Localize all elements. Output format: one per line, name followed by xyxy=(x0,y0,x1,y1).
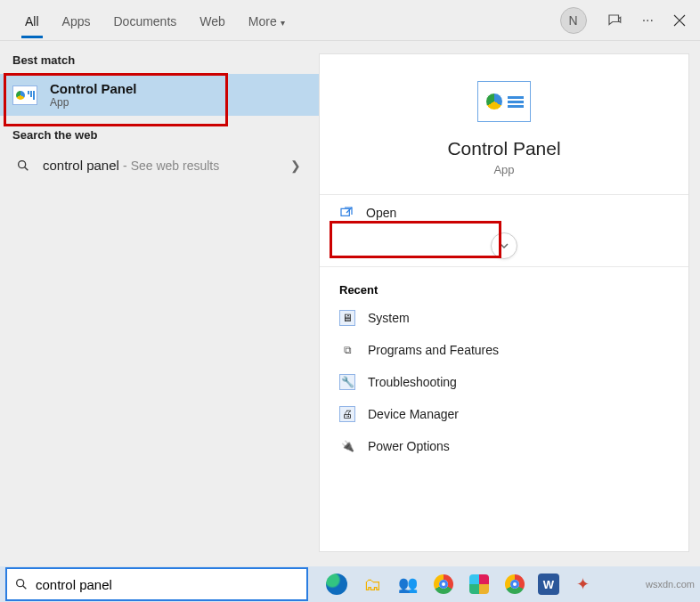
control-panel-icon xyxy=(12,85,37,105)
programs-icon: ⧉ xyxy=(339,342,355,358)
filter-tabs: All Apps Documents Web More▾ xyxy=(16,4,294,37)
search-icon xyxy=(16,159,30,173)
svg-rect-1 xyxy=(341,208,349,216)
recent-item-programs[interactable]: ⧉ Programs and Features xyxy=(320,334,688,366)
result-subtitle: App xyxy=(50,96,137,109)
close-icon[interactable] xyxy=(673,14,686,27)
taskbar-edge[interactable] xyxy=(324,572,349,597)
taskbar-word[interactable]: W xyxy=(538,574,559,595)
control-panel-icon-large xyxy=(477,81,531,122)
web-search-row[interactable]: control panel - See web results ❯ xyxy=(0,149,319,182)
edge-icon xyxy=(326,574,347,595)
result-title: Control Panel xyxy=(50,81,137,96)
open-label: Open xyxy=(366,206,396,220)
svg-point-0 xyxy=(19,160,26,167)
taskbar-explorer[interactable]: 🗂 xyxy=(360,572,385,597)
open-icon xyxy=(339,206,354,220)
taskbar-slack[interactable] xyxy=(467,572,492,597)
chevron-right-icon: ❯ xyxy=(290,159,301,173)
taskbar-app[interactable]: ✦ xyxy=(570,572,595,597)
result-control-panel[interactable]: Control Panel App xyxy=(0,74,319,116)
results-panel: Best match Control Panel App Search the … xyxy=(0,41,319,566)
tab-documents[interactable]: Documents xyxy=(104,4,185,37)
more-options-icon[interactable]: ··· xyxy=(642,12,654,28)
recent-label: Recent xyxy=(320,267,688,302)
taskbar-search-input[interactable] xyxy=(36,577,299,592)
search-web-label: Search the web xyxy=(0,116,319,149)
power-options-icon: 🔌 xyxy=(339,438,355,454)
svg-point-2 xyxy=(17,580,24,587)
watermark-text: wsxdn.com xyxy=(646,579,695,590)
open-action[interactable]: Open xyxy=(320,195,688,231)
tab-more[interactable]: More▾ xyxy=(240,4,294,37)
recent-item-troubleshooting[interactable]: 🔧 Troubleshooting xyxy=(320,366,688,398)
recent-item-power-options[interactable]: 🔌 Power Options xyxy=(320,430,688,462)
recent-item-system[interactable]: 🖥 System xyxy=(320,302,688,334)
app-icon: ✦ xyxy=(576,574,590,594)
taskbar-chrome-2[interactable] xyxy=(502,572,527,597)
taskbar-teams[interactable]: 👥 xyxy=(395,572,420,597)
best-match-label: Best match xyxy=(0,41,319,74)
device-manager-icon: 🖨 xyxy=(339,406,355,422)
detail-title: Control Panel xyxy=(447,138,560,159)
search-icon xyxy=(14,577,28,591)
search-header: All Apps Documents Web More▾ N ··· xyxy=(0,0,700,41)
detail-subtitle: App xyxy=(493,163,514,176)
expand-actions-button[interactable] xyxy=(491,232,517,259)
chrome-icon xyxy=(434,574,453,594)
taskbar-search[interactable] xyxy=(5,567,308,601)
tab-web[interactable]: Web xyxy=(191,4,234,37)
detail-pane: Control Panel App Open Recent xyxy=(319,53,689,552)
taskbar: 🗂 👥 W ✦ wsxdn.com xyxy=(0,566,700,602)
chrome-icon xyxy=(505,574,525,594)
system-icon: 🖥 xyxy=(339,310,355,326)
feedback-icon[interactable] xyxy=(606,12,623,28)
taskbar-chrome[interactable] xyxy=(431,572,456,597)
slack-icon xyxy=(469,574,489,594)
troubleshooting-icon: 🔧 xyxy=(339,374,355,390)
teams-icon: 👥 xyxy=(398,574,418,594)
tab-all[interactable]: All xyxy=(16,4,48,37)
user-avatar[interactable]: N xyxy=(560,7,587,34)
recent-item-device-manager[interactable]: 🖨 Device Manager xyxy=(320,398,688,430)
tab-apps[interactable]: Apps xyxy=(53,4,100,37)
word-icon: W xyxy=(543,578,554,591)
web-query-text: control panel - See web results xyxy=(43,158,219,173)
folder-icon: 🗂 xyxy=(363,574,381,595)
chevron-down-icon: ▾ xyxy=(281,18,285,28)
